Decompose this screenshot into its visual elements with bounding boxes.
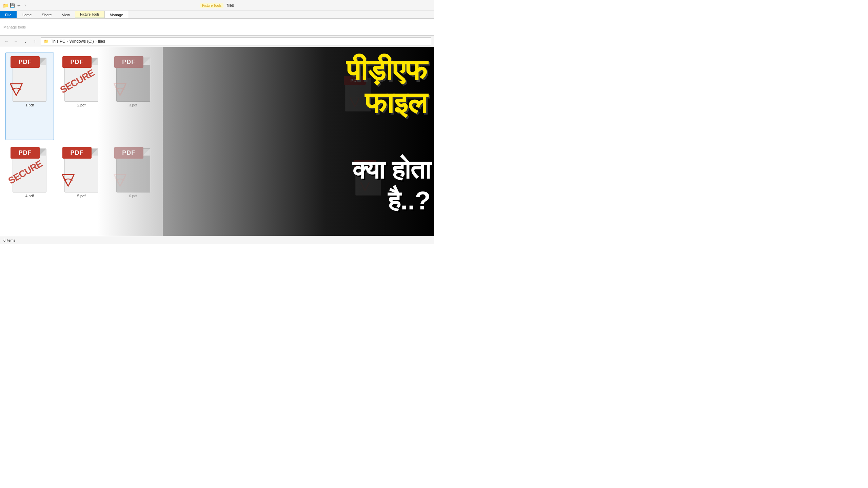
file-item-6[interactable]: PDF 6.pdf xyxy=(109,143,157,231)
acrobat-logo-3 xyxy=(110,78,130,98)
pdf-badge-5: PDF xyxy=(62,147,92,159)
hindi-line-2: फाइल xyxy=(346,87,427,120)
pdf-icon-6: PDF xyxy=(113,145,154,192)
tab-share[interactable]: Share xyxy=(37,11,57,18)
file-grid: PDF 1.pdf PDF SECURE 2.pdf xyxy=(0,47,163,236)
tab-file[interactable]: File xyxy=(0,11,17,18)
path-folder[interactable]: files xyxy=(98,39,105,44)
path-sep-2: › xyxy=(95,39,97,44)
hindi-line-1: पीड़ीएफ xyxy=(346,54,427,87)
file-label-1: 1.pdf xyxy=(25,103,34,107)
pdf-badge-1: PDF xyxy=(11,56,40,68)
file-label-5: 5.pdf xyxy=(77,194,85,198)
right-panel: PDF PDF xyxy=(163,47,434,236)
addressbar: ← → ⌄ ↑ 📁 This PC › Windows (C:) › files xyxy=(0,36,434,47)
ribbon-placeholder: Manage tools xyxy=(3,25,26,29)
acrobat-logo-6 xyxy=(110,169,130,189)
file-item-5[interactable]: PDF 5.pdf xyxy=(57,143,106,231)
address-path[interactable]: 📁 This PC › Windows (C:) › files xyxy=(41,37,431,45)
acrobat-logo-5 xyxy=(58,169,78,189)
forward-button[interactable]: → xyxy=(12,38,20,45)
up-button[interactable]: ↑ xyxy=(31,38,39,45)
file-label-4: 4.pdf xyxy=(25,194,34,198)
tab-manage[interactable]: Manage xyxy=(104,11,128,18)
undo-icon: ↩ xyxy=(16,3,22,8)
ribbon: File Home Share View Picture Tools Manag… xyxy=(0,11,434,36)
pdf-icon-4: PDF SECURE xyxy=(9,145,50,192)
file-item-3[interactable]: PDF 3.pdf xyxy=(109,53,157,140)
statusbar: 6 items xyxy=(0,236,434,244)
pdf-icon-5: PDF xyxy=(61,145,102,192)
pdf-badge-3: PDF xyxy=(114,56,143,68)
save-icon: 💾 xyxy=(9,3,15,8)
pdf-icon-3: PDF xyxy=(113,54,154,102)
pdf-badge-6: PDF xyxy=(114,147,143,159)
file-label-6: 6.pdf xyxy=(129,194,137,198)
quick-access-toolbar: 📁 💾 ↩ ▾ xyxy=(3,3,27,8)
pdf-badge-4: PDF xyxy=(11,147,40,159)
path-sep-1: › xyxy=(67,39,68,44)
file-item-4[interactable]: PDF SECURE 4.pdf xyxy=(5,143,54,231)
recent-locations-button[interactable]: ⌄ xyxy=(22,38,29,45)
pdf-icon-2: PDF SECURE xyxy=(61,54,102,102)
file-item-2[interactable]: PDF SECURE 2.pdf xyxy=(57,53,106,140)
pdf-icon-1: PDF xyxy=(9,54,50,102)
folder-icon: 📁 xyxy=(3,3,8,8)
tab-home[interactable]: Home xyxy=(17,11,37,18)
path-thispc[interactable]: This PC xyxy=(51,39,65,44)
ribbon-content: Manage tools xyxy=(0,18,434,35)
title-text: files xyxy=(227,3,234,8)
window-title: Picture Tools files xyxy=(200,3,234,8)
main-content: PDF 1.pdf PDF SECURE 2.pdf xyxy=(0,47,434,236)
picture-tools-label: Picture Tools xyxy=(75,11,104,18)
file-label-2: 2.pdf xyxy=(77,103,85,107)
file-item-1[interactable]: PDF 1.pdf xyxy=(5,53,54,140)
hindi-text-sub: क्या होता है..? xyxy=(352,154,431,216)
ribbon-tabs: File Home Share View Picture Tools Manag… xyxy=(0,11,434,18)
back-button[interactable]: ← xyxy=(3,38,10,45)
separator: ▾ xyxy=(24,3,26,7)
picture-tools-badge: Picture Tools xyxy=(200,3,223,8)
pdf-badge-2: PDF xyxy=(62,56,92,68)
path-drive[interactable]: Windows (C:) xyxy=(70,39,94,44)
item-count: 6 items xyxy=(3,238,15,242)
tab-view[interactable]: View xyxy=(57,11,75,18)
path-icon: 📁 xyxy=(44,39,49,44)
hindi-text-main: पीड़ीएफ फाइल xyxy=(346,54,427,120)
hindi-line-4: है..? xyxy=(352,185,431,216)
acrobat-logo-1 xyxy=(6,78,26,98)
hindi-line-3: क्या होता xyxy=(352,154,431,185)
file-label-3: 3.pdf xyxy=(129,103,137,107)
titlebar: 📁 💾 ↩ ▾ Picture Tools files xyxy=(0,0,434,11)
